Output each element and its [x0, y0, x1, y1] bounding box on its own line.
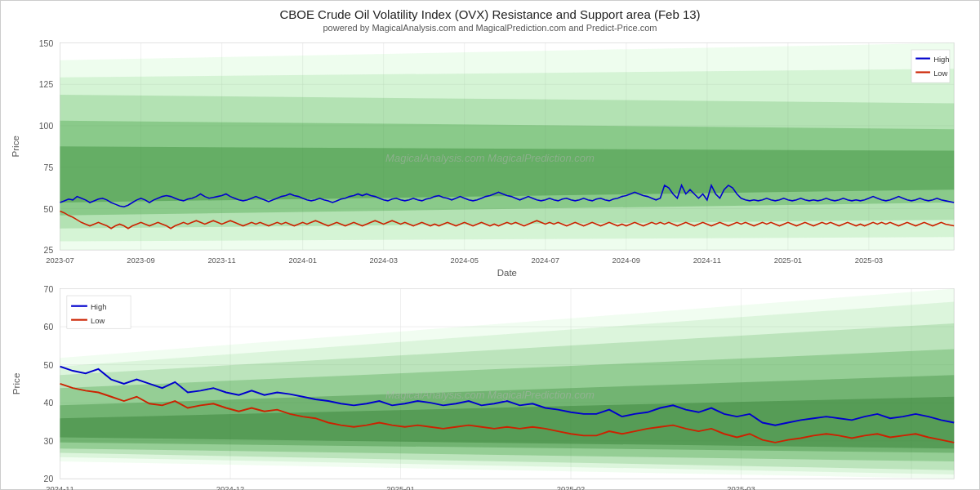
svg-text:75: 75 [44, 163, 54, 172]
charts-container: 150 125 100 75 50 25 Price 2023-07 2023-… [1, 34, 979, 490]
svg-text:2023-11: 2023-11 [207, 256, 235, 265]
chart1-wrapper: 150 125 100 75 50 25 Price 2023-07 2023-… [9, 34, 971, 280]
svg-text:2025-02: 2025-02 [557, 484, 585, 490]
svg-text:High: High [933, 55, 949, 64]
page-title: CBOE Crude Oil Volatility Index (OVX) Re… [1, 7, 979, 21]
svg-text:2024-07: 2024-07 [532, 256, 559, 265]
svg-text:2023-07: 2023-07 [46, 256, 74, 265]
svg-text:2024-05: 2024-05 [451, 256, 479, 265]
svg-text:2024-12: 2024-12 [216, 484, 244, 490]
svg-text:50: 50 [44, 205, 54, 214]
svg-text:25: 25 [44, 246, 54, 255]
svg-text:Low: Low [933, 69, 947, 78]
chart2-wrapper: 70 60 50 40 30 20 Price 2024-11 2024-12 … [9, 280, 971, 490]
svg-text:2024-11: 2024-11 [693, 256, 721, 265]
svg-text:100: 100 [39, 122, 54, 131]
page-subtitle: powered by MagicalAnalysis.com and Magic… [1, 23, 979, 33]
svg-text:Price: Price [11, 373, 21, 395]
svg-text:125: 125 [39, 80, 54, 89]
svg-text:2023-09: 2023-09 [127, 256, 154, 265]
svg-text:Price: Price [11, 136, 21, 157]
svg-text:2025-01: 2025-01 [386, 484, 414, 490]
chart1-svg: 150 125 100 75 50 25 Price 2023-07 2023-… [9, 34, 971, 280]
svg-text:High: High [91, 302, 106, 311]
svg-text:2025-03: 2025-03 [727, 484, 755, 490]
chart2-svg: 70 60 50 40 30 20 Price 2024-11 2024-12 … [9, 280, 971, 490]
svg-text:150: 150 [39, 39, 54, 48]
svg-text:30: 30 [44, 436, 54, 446]
svg-text:60: 60 [44, 322, 54, 332]
svg-text:70: 70 [44, 284, 54, 294]
page-container: CBOE Crude Oil Volatility Index (OVX) Re… [0, 0, 980, 490]
svg-text:2025-03: 2025-03 [855, 256, 883, 265]
svg-text:2024-11: 2024-11 [46, 484, 74, 490]
svg-text:Date: Date [497, 268, 517, 278]
svg-text:2024-09: 2024-09 [612, 256, 640, 265]
svg-text:20: 20 [44, 474, 54, 483]
svg-text:2024-03: 2024-03 [369, 256, 397, 265]
svg-text:40: 40 [44, 398, 54, 408]
header: CBOE Crude Oil Volatility Index (OVX) Re… [1, 1, 979, 34]
svg-text:2025-01: 2025-01 [774, 256, 802, 265]
svg-text:50: 50 [44, 360, 54, 370]
svg-text:Low: Low [91, 316, 105, 325]
svg-text:2024-01: 2024-01 [288, 256, 316, 265]
